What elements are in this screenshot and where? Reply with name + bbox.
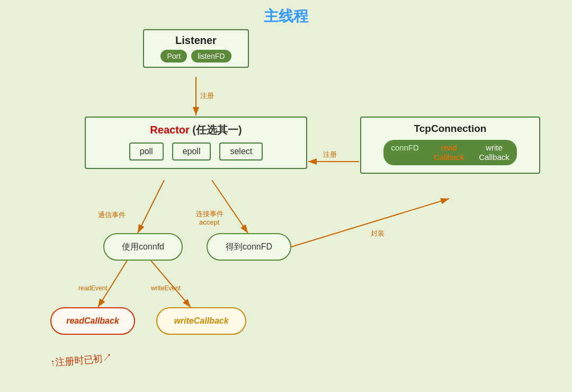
port-field: Port — [160, 50, 187, 63]
listener-title: Listener — [148, 34, 244, 47]
read-callback-node: readCallback — [50, 307, 135, 335]
reactor-subtitle: (任选其一) — [192, 124, 242, 136]
diagram-container: 主线程 Listener Port listenFD Reactor (任选其一… — [0, 0, 572, 392]
write-callback-field: write Callback — [471, 140, 517, 165]
reactor-title: Reactor (任选其一) — [94, 123, 298, 137]
tcp-fields: connFD read Callback write Callback — [368, 140, 533, 165]
epoll-option: epoll — [172, 142, 211, 161]
tcp-title: TcpConnection — [368, 123, 533, 135]
reactor-text: Reactor — [150, 124, 189, 136]
get-connfd-node: 得到connFD — [207, 233, 291, 261]
svg-line-5 — [212, 180, 248, 233]
comm-event-label: 通信事件 — [98, 211, 126, 219]
poll-option: poll — [129, 142, 164, 161]
read-callback-field: read Callback — [426, 140, 472, 165]
write-callback-node: writeCallback — [156, 307, 246, 335]
connfd-field: connFD — [383, 140, 426, 165]
register2-label: 注册 — [323, 150, 337, 158]
listener-box: Listener Port listenFD — [143, 29, 249, 68]
accept-label: accept — [199, 218, 220, 226]
svg-line-4 — [138, 180, 164, 233]
listenfd-field: listenFD — [191, 50, 231, 63]
read-event-label: readEvent — [78, 284, 108, 292]
select-option: select — [219, 142, 263, 161]
svg-line-7 — [151, 261, 191, 307]
listener-fields: Port listenFD — [148, 50, 244, 63]
svg-line-8 — [291, 199, 449, 247]
svg-line-6 — [98, 261, 127, 307]
conn-event-label: 连接事件 — [196, 210, 224, 218]
handwritten-note: ↑注册时已初↗ — [50, 351, 113, 369]
write-event-label: writeEvent — [150, 284, 181, 292]
main-title: 主线程 — [264, 6, 308, 26]
reactor-box: Reactor (任选其一) poll epoll select — [85, 117, 307, 169]
encapsulate-label: 封装 — [371, 229, 385, 237]
tcp-box: TcpConnection connFD read Callback write… — [360, 117, 540, 174]
reactor-options: poll epoll select — [94, 142, 298, 161]
use-connfd-node: 使用connfd — [103, 233, 183, 261]
register1-label: 注册 — [200, 92, 214, 100]
